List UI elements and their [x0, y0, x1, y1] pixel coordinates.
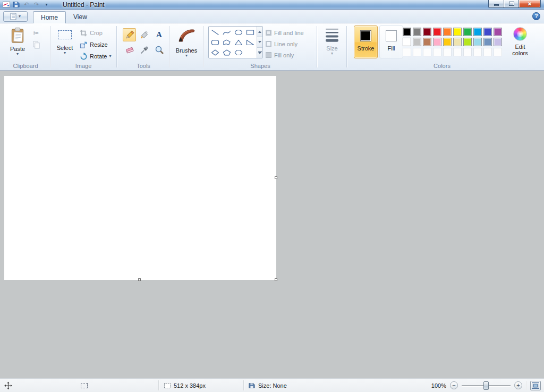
canvas-resize-handle-right[interactable] [275, 176, 277, 179]
select-button[interactable]: Select ▾ [54, 25, 75, 67]
color-swatch[interactable] [463, 38, 472, 46]
edit-colors-button[interactable]: Edit colors [506, 25, 534, 67]
eraser-tool-button[interactable] [123, 43, 136, 56]
zoom-slider-thumb[interactable] [483, 381, 489, 390]
color-swatch[interactable] [443, 38, 452, 46]
custom-color-slot[interactable] [453, 48, 462, 56]
zoom-in-button[interactable]: + [514, 381, 522, 389]
tab-home[interactable]: Home [33, 11, 66, 23]
shape-polygon[interactable] [221, 37, 233, 47]
rotate-label: Rotate [90, 53, 107, 59]
paint-logo-icon [3, 1, 10, 8]
paint-app-icon[interactable] [2, 1, 11, 8]
color-swatch[interactable] [453, 38, 462, 46]
shape-diamond[interactable] [209, 47, 221, 57]
shapes-more-button[interactable] [257, 47, 262, 58]
color-swatch[interactable] [433, 28, 441, 36]
color-swatch[interactable] [413, 28, 421, 36]
shape-curve[interactable] [221, 27, 233, 37]
color-swatch[interactable] [483, 38, 492, 46]
custom-color-slot[interactable] [463, 48, 472, 56]
shape-triangle[interactable] [233, 37, 244, 47]
shapes-scroll-down-button[interactable] [257, 37, 262, 47]
canvas-resize-handle-bottom[interactable] [138, 278, 141, 281]
color-swatch[interactable] [494, 38, 502, 46]
custom-color-slot[interactable] [473, 48, 482, 56]
custom-color-slot[interactable] [403, 48, 411, 56]
custom-color-slot[interactable] [423, 48, 431, 56]
application-menu-button[interactable]: ▾ [3, 11, 28, 22]
cut-button[interactable]: ✂ [31, 28, 41, 38]
copy-button[interactable] [31, 39, 41, 50]
fill-tool-button[interactable] [138, 28, 151, 41]
color-picker-tool-button[interactable] [138, 43, 151, 56]
stroke-color-button[interactable]: Stroke [354, 25, 378, 58]
color-swatch[interactable] [453, 28, 462, 36]
magnifier-icon [155, 45, 164, 55]
minus-icon: − [452, 382, 455, 388]
resize-button[interactable]: Resize [78, 39, 109, 50]
fill-and-line-option[interactable]: Fill and line [266, 27, 304, 38]
ribbon-tab-bar: ▾ Home View ? [0, 10, 544, 23]
save-button[interactable] [12, 1, 21, 8]
shape-rounded-rectangle[interactable] [209, 37, 221, 47]
shapes-scroll-up-button[interactable] [257, 27, 262, 37]
fill-only-option[interactable]: Fill only [266, 49, 304, 61]
crop-icon [79, 29, 88, 37]
color-swatch[interactable] [403, 28, 411, 36]
rotate-button[interactable]: Rotate ▾ [78, 51, 113, 62]
paste-button[interactable]: Paste ▾ [6, 25, 29, 67]
shape-right-triangle[interactable] [244, 37, 256, 47]
fill-bucket-icon [140, 30, 149, 40]
drawing-canvas[interactable] [4, 76, 276, 280]
color-swatch[interactable] [483, 28, 492, 36]
color-swatch[interactable] [423, 38, 431, 46]
size-button[interactable]: Size ▾ [320, 25, 344, 67]
undo-button[interactable]: ↶ [22, 1, 31, 8]
shape-pentagon[interactable] [221, 47, 233, 57]
color-swatch[interactable] [423, 28, 431, 36]
eraser-icon [125, 45, 134, 55]
group-brushes: Brushes ▾ [170, 23, 203, 70]
color-swatch[interactable] [433, 38, 441, 46]
pencil-tool-button[interactable] [123, 28, 136, 41]
shape-line[interactable] [209, 27, 221, 37]
qat-customize-button[interactable]: ▾ [42, 1, 51, 8]
help-button[interactable]: ? [532, 12, 540, 20]
shape-hexagon[interactable] [233, 47, 244, 57]
fill-and-line-label: Fill and line [274, 30, 304, 36]
close-button[interactable]: ✕ [518, 0, 541, 8]
color-swatch[interactable] [403, 38, 411, 46]
fill-color-button[interactable]: Fill [379, 25, 403, 58]
zoom-out-button[interactable]: − [450, 381, 458, 389]
color-swatch[interactable] [443, 28, 452, 36]
color-wheel-icon [513, 27, 527, 41]
custom-color-slot[interactable] [443, 48, 452, 56]
redo-button[interactable]: ↷ [32, 1, 41, 8]
text-tool-button[interactable]: A [152, 28, 166, 41]
zoom-slider[interactable] [462, 381, 511, 390]
shape-oval[interactable] [233, 27, 244, 37]
color-swatch[interactable] [463, 28, 472, 36]
tab-view[interactable]: View [66, 11, 95, 23]
crop-button[interactable]: Crop [78, 28, 104, 38]
palette-row-3 [403, 48, 502, 56]
color-swatch[interactable] [473, 28, 482, 36]
line-only-option[interactable]: Line only [266, 38, 304, 49]
custom-color-slot[interactable] [483, 48, 492, 56]
canvas-resize-handle-corner[interactable] [275, 278, 277, 281]
custom-color-slot[interactable] [494, 48, 502, 56]
color-swatch[interactable] [473, 38, 482, 46]
color-swatch[interactable] [413, 38, 421, 46]
shape-rectangle[interactable] [244, 27, 256, 37]
brushes-button[interactable]: Brushes ▾ [172, 25, 201, 67]
minimize-button[interactable] [488, 0, 504, 8]
color-swatch[interactable] [494, 28, 502, 36]
maximize-button[interactable] [504, 0, 518, 8]
magnifier-tool-button[interactable] [152, 43, 166, 56]
custom-color-slot[interactable] [433, 48, 441, 56]
fit-to-window-button[interactable] [530, 381, 541, 390]
canvas-size-icon [164, 382, 171, 389]
selection-size-icon [81, 383, 88, 388]
custom-color-slot[interactable] [413, 48, 421, 56]
